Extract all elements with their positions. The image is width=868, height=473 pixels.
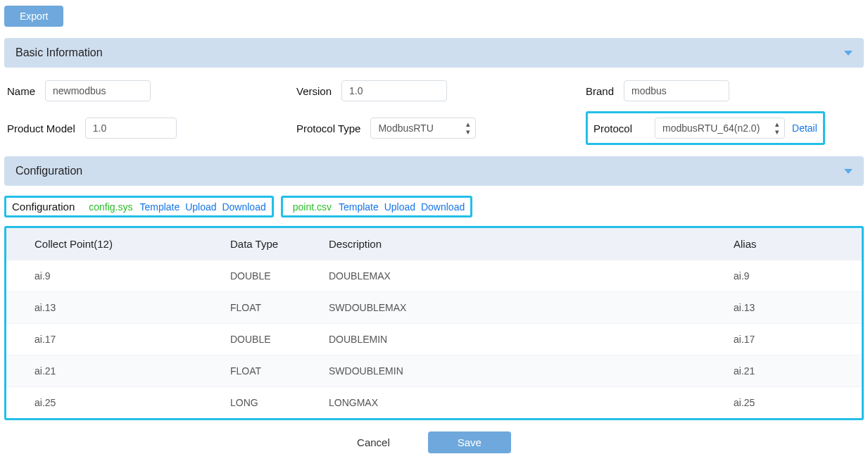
table-cell: SWDOUBLEMIN xyxy=(316,355,721,387)
footer-actions: Cancel Save xyxy=(4,431,864,453)
table-cell: ai.9 xyxy=(6,260,218,292)
table-cell: ai.25 xyxy=(6,387,218,419)
table-cell: ai.9 xyxy=(721,260,862,292)
collect-point-table-box: Collect Point(12) Data Type Description … xyxy=(4,226,864,420)
pointcsv-template-link[interactable]: Template xyxy=(339,201,379,213)
protocol-select[interactable] xyxy=(655,118,785,139)
collapse-icon xyxy=(844,169,853,174)
configuration-title: Configuration xyxy=(15,165,82,177)
table-cell: ai.21 xyxy=(6,355,218,387)
table-cell: DOUBLEMIN xyxy=(316,324,721,355)
table-cell: LONG xyxy=(218,387,316,419)
pointcsv-group: point.csv Template Upload Download xyxy=(281,196,472,217)
version-label: Version xyxy=(296,85,332,97)
configsys-upload-link[interactable]: Upload xyxy=(185,201,216,213)
table-cell: ai.17 xyxy=(6,324,218,355)
table-cell: DOUBLE xyxy=(218,324,316,355)
pointcsv-download-link[interactable]: Download xyxy=(421,201,465,213)
table-row[interactable]: ai.9DOUBLEDOUBLEMAXai.9 xyxy=(6,260,862,292)
configuration-label: Configuration xyxy=(12,201,75,213)
protocol-type-label: Protocol Type xyxy=(296,122,360,134)
table-cell: FLOAT xyxy=(218,292,316,324)
version-field[interactable] xyxy=(341,80,447,101)
table-cell: FLOAT xyxy=(218,355,316,387)
table-row[interactable]: ai.25LONGLONGMAXai.25 xyxy=(6,387,862,419)
col-alias: Alias xyxy=(721,228,862,260)
cancel-button[interactable]: Cancel xyxy=(357,436,390,448)
basic-info-form: Name Version Brand Product Model Protoco… xyxy=(4,80,864,145)
table-row[interactable]: ai.13FLOATSWDOUBLEMAXai.13 xyxy=(6,292,862,324)
brand-field[interactable] xyxy=(624,80,729,101)
configsys-template-link[interactable]: Template xyxy=(139,201,180,213)
protocol-label: Protocol xyxy=(593,122,632,134)
configsys-filename: config.sys xyxy=(89,201,132,213)
product-model-field[interactable] xyxy=(85,118,177,139)
col-collect-point: Collect Point(12) xyxy=(6,228,218,260)
table-row[interactable]: ai.21FLOATSWDOUBLEMINai.21 xyxy=(6,355,862,387)
table-cell: DOUBLE xyxy=(218,260,316,292)
table-cell: ai.25 xyxy=(721,387,862,419)
export-button[interactable]: Export xyxy=(4,6,63,27)
collapse-icon xyxy=(844,51,853,56)
table-row[interactable]: ai.17DOUBLEDOUBLEMINai.17 xyxy=(6,324,862,355)
col-data-type: Data Type xyxy=(218,228,316,260)
table-cell: SWDOUBLEMAX xyxy=(316,292,721,324)
pointcsv-upload-link[interactable]: Upload xyxy=(384,201,415,213)
configsys-download-link[interactable]: Download xyxy=(222,201,265,213)
col-description: Description xyxy=(316,228,721,260)
basic-info-title: Basic Information xyxy=(15,46,103,59)
configsys-group: Configuration config.sys Template Upload… xyxy=(4,196,274,217)
brand-label: Brand xyxy=(586,85,614,97)
basic-info-header[interactable]: Basic Information xyxy=(4,38,864,68)
table-cell: LONGMAX xyxy=(316,387,721,419)
table-cell: DOUBLEMAX xyxy=(316,260,721,292)
protocol-highlight-box: Protocol ▴▾ Detail xyxy=(586,111,825,145)
table-cell: ai.13 xyxy=(6,292,218,324)
table-cell: ai.21 xyxy=(721,355,862,387)
name-field[interactable] xyxy=(45,80,151,101)
protocol-type-select[interactable] xyxy=(370,118,476,139)
pointcsv-filename: point.csv xyxy=(293,201,332,213)
configuration-file-row: Configuration config.sys Template Upload… xyxy=(4,196,864,217)
product-model-label: Product Model xyxy=(7,122,75,134)
name-label: Name xyxy=(7,85,35,97)
collect-point-table: Collect Point(12) Data Type Description … xyxy=(6,228,862,418)
table-cell: ai.17 xyxy=(721,324,862,355)
configuration-header[interactable]: Configuration xyxy=(4,156,864,186)
detail-link[interactable]: Detail xyxy=(792,122,817,134)
save-button[interactable]: Save xyxy=(428,431,511,453)
table-cell: ai.13 xyxy=(721,292,862,324)
